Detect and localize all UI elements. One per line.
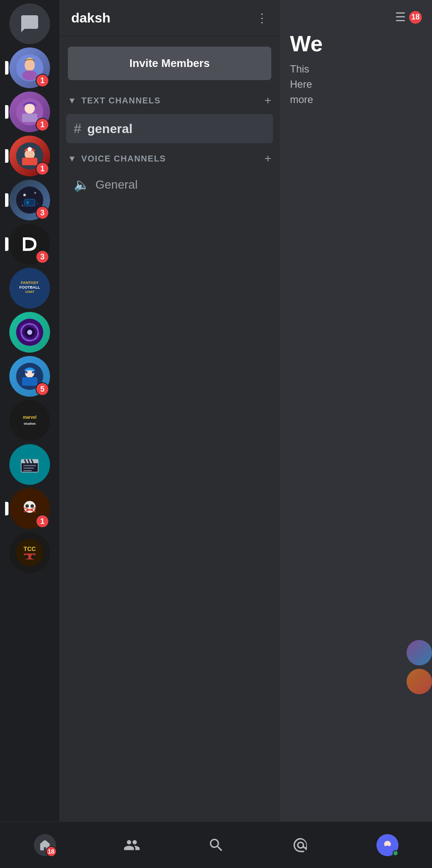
voice-channel-general[interactable]: 🔈 General [66, 172, 273, 197]
speaker-icon: 🔈 [74, 177, 89, 192]
unread-indicator [5, 149, 8, 163]
server-item-11[interactable]: 1 [9, 488, 50, 529]
mention-icon [292, 837, 309, 854]
server-avatar: FANTASY FOOTBALL CHAT [9, 268, 50, 309]
server-avatar: marvel studios [9, 400, 50, 441]
search-icon [208, 837, 225, 854]
main-header: ☰ 18 [290, 10, 422, 24]
unread-indicator [5, 502, 8, 515]
svg-text:TCC: TCC [24, 545, 36, 552]
text-channels-header: ▼ TEXT CHANNELS + [66, 90, 273, 111]
hamburger-icon[interactable]: ☰ [395, 10, 406, 24]
chevron-down-icon[interactable]: ▼ [68, 154, 76, 164]
unread-indicator [5, 61, 8, 75]
svg-point-49 [25, 504, 29, 508]
hash-icon: # [74, 121, 81, 136]
section-title-row: ▼ TEXT CHANNELS [68, 96, 161, 106]
svg-rect-18 [26, 201, 29, 204]
svg-rect-45 [23, 467, 34, 469]
server-avatar [9, 312, 50, 353]
home-badge: 18 [46, 846, 57, 857]
unread-indicator [5, 193, 8, 207]
nav-home[interactable]: 18 [34, 834, 56, 856]
nav-search[interactable] [208, 837, 225, 854]
svg-text:studios: studios [24, 422, 36, 426]
notification-badge: 1 [36, 515, 49, 528]
voice-channels-section: ▼ VOICE CHANNELS + 🔈 General [59, 148, 280, 197]
server-list: 1 1 [0, 0, 59, 821]
svg-point-51 [16, 539, 43, 566]
server-avatar: TCC [9, 532, 50, 573]
server-item-4[interactable]: 3 [9, 180, 50, 220]
voice-channels-label: VOICE CHANNELS [81, 154, 166, 164]
invite-members-button[interactable]: Invite Members [68, 47, 271, 80]
svg-point-53 [24, 555, 28, 559]
voice-channels-header: ▼ VOICE CHANNELS + [66, 148, 273, 169]
server-item-6[interactable]: FANTASY FOOTBALL CHAT [9, 268, 50, 309]
dm-button[interactable] [9, 3, 50, 44]
notification-badge: 1 [36, 74, 49, 87]
welcome-section: We This Here more [290, 31, 422, 107]
unread-indicator [5, 237, 8, 251]
partial-avatar-area [407, 640, 432, 694]
add-channel-icon[interactable]: + [265, 94, 271, 107]
server-item-9[interactable]: marvel studios [9, 400, 50, 441]
welcome-title: We [290, 31, 422, 56]
notification-badge: 3 [36, 206, 49, 220]
channel-name: general [87, 122, 133, 136]
server-item-3[interactable]: 1 [9, 136, 50, 176]
welcome-desc-line1: This [290, 61, 422, 77]
svg-point-34 [32, 371, 34, 373]
svg-rect-10 [22, 158, 37, 165]
server-item-12[interactable]: TCC [9, 532, 50, 573]
add-voice-channel-icon[interactable]: + [265, 152, 271, 165]
welcome-desc-line3: more [290, 92, 422, 107]
unread-indicator [5, 105, 8, 119]
nav-friends[interactable] [123, 837, 140, 854]
partial-avatar-2 [407, 669, 432, 694]
svg-text:CHAT: CHAT [25, 290, 34, 294]
svg-point-54 [31, 555, 35, 559]
svg-point-50 [31, 504, 34, 508]
server-item-2[interactable]: 1 [9, 92, 50, 132]
svg-point-56 [382, 846, 393, 853]
nav-mentions[interactable] [292, 837, 309, 854]
server-item-10[interactable] [9, 444, 50, 485]
server-header: daksh ⋮ [59, 0, 280, 36]
text-channels-section: ▼ TEXT CHANNELS + # general [59, 90, 280, 145]
partial-avatar-1 [407, 640, 432, 665]
svg-point-9 [28, 147, 32, 151]
svg-point-2 [22, 70, 37, 81]
welcome-desc-line2: Here [290, 77, 422, 92]
server-item-8[interactable]: 5 [9, 356, 50, 397]
server-name: daksh [71, 10, 110, 26]
section-title-row: ▼ VOICE CHANNELS [68, 154, 166, 164]
svg-text:marvel: marvel [23, 415, 36, 420]
svg-rect-46 [23, 470, 32, 471]
text-channels-label: TEXT CHANNELS [81, 96, 161, 106]
channel-general[interactable]: # general [66, 114, 273, 143]
svg-point-20 [26, 241, 33, 248]
server-item-1[interactable]: 1 [9, 47, 50, 88]
bottom-navigation: 18 [0, 821, 432, 868]
svg-point-13 [34, 192, 36, 194]
nav-profile[interactable] [376, 834, 399, 856]
server-item-5[interactable]: 3 [9, 224, 50, 264]
svg-text:FOOTBALL: FOOTBALL [20, 285, 40, 289]
notification-badge: 5 [36, 382, 49, 396]
svg-text:FANTASY: FANTASY [21, 281, 38, 285]
notification-count: 18 [409, 11, 422, 24]
user-avatar [376, 834, 399, 856]
svg-rect-17 [25, 199, 35, 206]
online-status-dot [393, 850, 399, 856]
main-content: ☰ 18 We This Here more [280, 0, 432, 821]
svg-point-5 [25, 103, 35, 114]
server-item-7[interactable] [9, 312, 50, 353]
more-options-icon[interactable]: ⋮ [256, 11, 268, 25]
notification-badge: 3 [36, 250, 49, 264]
chevron-down-icon[interactable]: ▼ [68, 96, 76, 106]
svg-rect-32 [22, 377, 37, 386]
channel-sidebar: daksh ⋮ Invite Members ▼ TEXT CHANNELS +… [59, 0, 280, 821]
svg-point-29 [27, 330, 32, 335]
notification-badge: 1 [36, 162, 49, 175]
